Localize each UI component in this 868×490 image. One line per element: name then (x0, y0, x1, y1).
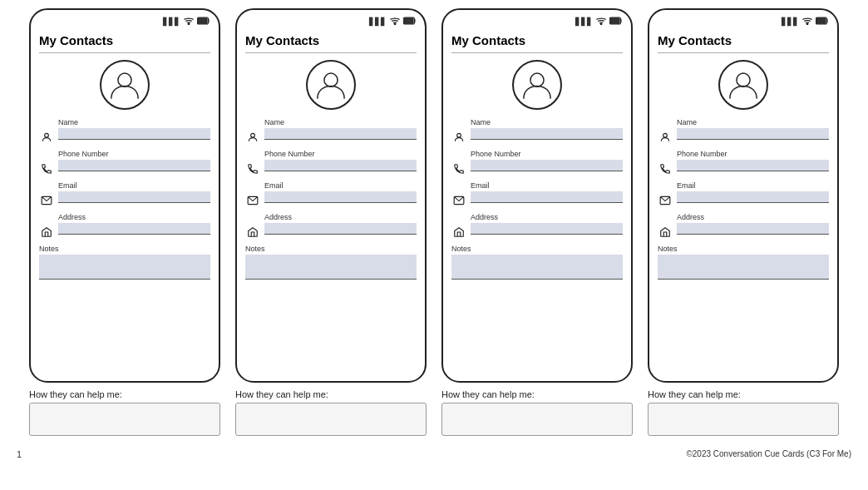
status-bar-2: ▋▋▋ (245, 17, 417, 27)
svg-rect-20 (816, 18, 826, 24)
signal-icon-1: ▋▋▋ (163, 17, 180, 26)
help-box-3[interactable] (441, 403, 633, 436)
help-label-2: How they can help me: (235, 389, 328, 399)
person-icon-4-0 (658, 130, 673, 145)
field-row-3-3: Address (451, 213, 623, 240)
field-input-4-0[interactable] (677, 128, 829, 140)
field-row-1-2: Email (39, 181, 210, 208)
status-bar-3: ▋▋▋ (451, 17, 623, 27)
field-input-2-1[interactable] (264, 160, 417, 171)
field-input-4-2[interactable] (677, 191, 829, 203)
field-row-1-3: Address (39, 213, 210, 240)
field-input-4-1[interactable] (677, 160, 829, 171)
help-box-1[interactable] (29, 403, 220, 436)
home-icon-3-3 (451, 225, 466, 240)
field-input-3-2[interactable] (471, 191, 623, 203)
field-input-4-3[interactable] (677, 223, 829, 235)
field-input-2-0[interactable] (264, 128, 417, 140)
help-label-1: How they can help me: (29, 389, 122, 399)
home-icon-1-3 (39, 225, 54, 240)
notes-box-1[interactable] (39, 255, 210, 280)
phone-frame-4: ▋▋▋ My Contacts Name Phone Number Email (648, 8, 839, 383)
field-row-2-3: Address (245, 213, 417, 240)
field-input-2-2[interactable] (264, 191, 417, 203)
app-title-3: My Contacts (451, 30, 623, 53)
field-content-4-3: Address (677, 213, 829, 235)
svg-point-21 (737, 73, 750, 87)
field-input-3-1[interactable] (471, 160, 623, 171)
email-icon-3-2 (451, 193, 466, 208)
notes-label-1: Notes (39, 245, 210, 253)
field-row-4-0: Name (658, 118, 829, 145)
notes-section-2: Notes (245, 245, 417, 280)
phone-icon-1-1 (39, 161, 54, 176)
avatar-area-1 (39, 60, 210, 110)
wifi-icon-2 (390, 17, 400, 27)
field-input-1-2[interactable] (58, 191, 210, 203)
field-row-2-2: Email (245, 181, 417, 208)
person-icon-2-0 (245, 130, 260, 145)
field-row-2-0: Name (245, 118, 417, 145)
signal-icon-3: ▋▋▋ (575, 17, 593, 26)
field-label-2-1: Phone Number (264, 150, 417, 158)
field-label-2-2: Email (264, 181, 417, 190)
field-row-4-3: Address (658, 213, 829, 240)
field-row-1-1: Phone Number (39, 150, 210, 176)
notes-box-2[interactable] (245, 255, 417, 280)
notes-section-1: Notes (39, 245, 210, 280)
help-section-1: How they can help me: (29, 389, 220, 436)
avatar-area-2 (245, 60, 417, 110)
field-input-1-0[interactable] (58, 128, 210, 140)
field-input-3-3[interactable] (471, 223, 623, 235)
svg-point-16 (457, 133, 461, 137)
field-input-1-1[interactable] (58, 160, 210, 171)
svg-rect-14 (610, 18, 619, 24)
status-bar-1: ▋▋▋ (39, 17, 210, 27)
wifi-icon-3 (596, 17, 606, 27)
field-content-4-2: Email (677, 181, 829, 203)
field-content-3-3: Address (471, 213, 623, 235)
svg-point-4 (45, 133, 49, 137)
phone-frame-3: ▋▋▋ My Contacts Name Phone Number Email (441, 8, 633, 383)
svg-point-9 (324, 73, 338, 87)
home-icon-2-3 (245, 225, 260, 240)
field-input-3-0[interactable] (471, 128, 623, 140)
field-row-2-1: Phone Number (245, 150, 417, 176)
person-icon-3-0 (451, 130, 466, 145)
help-box-2[interactable] (235, 403, 427, 436)
help-box-4[interactable] (648, 403, 839, 436)
phone-icon-3-1 (451, 161, 466, 176)
field-row-4-2: Email (658, 181, 829, 208)
field-label-4-0: Name (677, 118, 829, 126)
battery-icon-1 (197, 17, 210, 27)
help-label-3: How they can help me: (441, 389, 535, 399)
avatar-4 (718, 60, 768, 110)
help-section-2: How they can help me: (235, 389, 427, 436)
field-input-1-3[interactable] (58, 223, 210, 235)
notes-box-4[interactable] (658, 255, 829, 280)
avatar-1 (100, 60, 150, 110)
notes-label-4: Notes (658, 245, 829, 253)
field-input-2-3[interactable] (264, 223, 417, 235)
card-wrapper-1: ▋▋▋ My Contacts Name Phone Number Email (25, 8, 224, 436)
field-row-3-2: Email (451, 181, 623, 208)
svg-point-6 (394, 23, 396, 25)
notes-box-3[interactable] (451, 255, 623, 280)
cards-row: ▋▋▋ My Contacts Name Phone Number Email (8, 8, 860, 436)
notes-label-3: Notes (451, 245, 623, 253)
email-icon-2-2 (245, 193, 260, 208)
field-label-1-0: Name (58, 118, 210, 126)
phone-icon-2-1 (245, 161, 260, 176)
field-label-4-1: Phone Number (677, 150, 829, 158)
field-content-1-1: Phone Number (58, 150, 210, 171)
field-label-1-3: Address (58, 213, 210, 221)
field-label-3-3: Address (471, 213, 623, 221)
field-content-2-3: Address (264, 213, 417, 235)
field-row-3-0: Name (451, 118, 623, 145)
email-icon-4-2 (658, 193, 673, 208)
email-icon-1-2 (39, 193, 54, 208)
svg-point-3 (118, 73, 131, 87)
field-label-1-1: Phone Number (58, 150, 210, 158)
avatar-3 (512, 60, 562, 110)
field-label-3-1: Phone Number (471, 150, 623, 158)
